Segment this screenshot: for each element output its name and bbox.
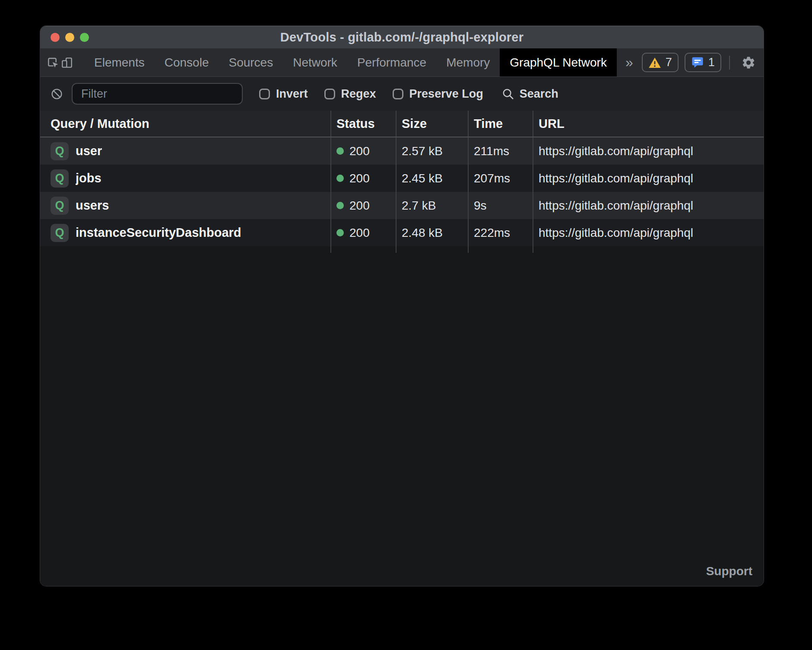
tabbar-divider [729,56,730,70]
response-size: 2.48 kB [402,226,443,240]
filter-toolbar: Invert Regex Preserve Log Search [40,77,764,111]
tabbar-right-controls: 7 1 [642,48,764,76]
titlebar: DevTools - gitlab.com/-/graphql-explorer [40,26,764,48]
devtools-tabbar: Elements Console Sources Network Perform… [40,48,764,77]
status-ok-icon [336,229,344,236]
status-code: 200 [349,144,370,158]
search-button[interactable]: Search [501,87,558,101]
request-url: https://gitlab.com/api/graphql [539,226,693,240]
warning-icon [648,56,661,69]
status-code: 200 [349,226,370,240]
gear-icon [741,55,756,70]
zoom-window-button[interactable] [80,33,89,42]
regex-checkbox-group[interactable]: Regex [324,87,376,101]
warnings-count: 7 [666,56,672,69]
table-row[interactable]: Q user 200 2.57 kB 211ms https://gitlab.… [40,137,764,165]
traffic-lights [51,26,89,48]
settings-button[interactable] [738,55,759,70]
table-row[interactable]: Q users 200 2.7 kB 9s https://gitlab.com… [40,192,764,219]
response-time: 211ms [474,144,509,158]
invert-label: Invert [276,87,308,101]
tab-console[interactable]: Console [155,48,219,76]
preserve-log-checkbox-group[interactable]: Preserve Log [393,87,483,101]
tab-elements[interactable]: Elements [84,48,155,76]
issues-badge[interactable]: 1 [685,53,721,72]
response-size: 2.45 kB [402,172,443,185]
table-row[interactable]: Q instanceSecurityDashboard 200 2.48 kB … [40,219,764,246]
invert-checkbox-group[interactable]: Invert [259,87,308,101]
operation-name: jobs [76,171,102,185]
support-link[interactable]: Support [706,564,752,578]
request-url: https://gitlab.com/api/graphql [539,144,693,158]
preserve-log-checkbox[interactable] [393,89,403,99]
query-type-badge: Q [51,169,69,188]
response-size: 2.57 kB [402,144,443,158]
request-url: https://gitlab.com/api/graphql [539,172,693,185]
query-type-badge: Q [51,224,69,242]
invert-checkbox[interactable] [259,89,270,99]
panel-empty-area: Support [40,253,764,586]
column-separator-tail [40,246,764,253]
response-time: 207ms [474,172,510,185]
tab-network[interactable]: Network [283,48,347,76]
regex-label: Regex [341,87,376,101]
clear-button[interactable] [51,88,63,100]
warnings-badge[interactable]: 7 [642,53,679,72]
tab-sources[interactable]: Sources [219,48,283,76]
device-toolbar-button[interactable] [60,48,74,76]
minimize-window-button[interactable] [65,33,74,42]
status-code: 200 [349,199,370,213]
filter-input[interactable] [72,83,243,105]
tab-graphql-network[interactable]: GraphQL Network [500,48,617,76]
column-header-status[interactable]: Status [330,111,396,137]
tab-memory[interactable]: Memory [436,48,500,76]
status-ok-icon [336,202,344,209]
issues-count: 1 [708,56,715,69]
request-url: https://gitlab.com/api/graphql [539,199,693,213]
inspect-cursor-icon [46,56,60,70]
response-time: 222ms [474,226,510,240]
column-header-size[interactable]: Size [396,111,468,137]
device-toolbar-icon [60,56,74,70]
block-icon [51,88,63,100]
preserve-log-label: Preserve Log [409,87,483,101]
operation-name: instanceSecurityDashboard [76,226,241,240]
search-icon [501,87,514,100]
inspect-element-button[interactable] [46,48,60,76]
status-code: 200 [349,172,370,185]
response-size: 2.7 kB [402,199,436,213]
column-header-query-mutation[interactable]: Query / Mutation [40,111,330,137]
operation-name: users [76,198,109,213]
column-header-url[interactable]: URL [533,111,764,137]
more-tabs-button[interactable]: » [617,48,642,76]
table-header: Query / Mutation Status Size Time URL [40,111,764,137]
status-ok-icon [336,175,344,182]
regex-checkbox[interactable] [324,89,335,99]
close-window-button[interactable] [51,33,60,42]
tab-performance[interactable]: Performance [347,48,436,76]
query-type-badge: Q [51,142,69,160]
operation-name: user [76,144,102,158]
column-header-time[interactable]: Time [468,111,533,137]
table-row[interactable]: Q jobs 200 2.45 kB 207ms https://gitlab.… [40,165,764,192]
chat-bubble-icon [691,56,704,69]
devtools-window: DevTools - gitlab.com/-/graphql-explorer… [40,26,764,586]
response-time: 9s [474,199,487,213]
status-ok-icon [336,147,344,155]
query-type-badge: Q [51,197,69,215]
search-label: Search [520,87,558,101]
window-title: DevTools - gitlab.com/-/graphql-explorer [280,30,523,45]
